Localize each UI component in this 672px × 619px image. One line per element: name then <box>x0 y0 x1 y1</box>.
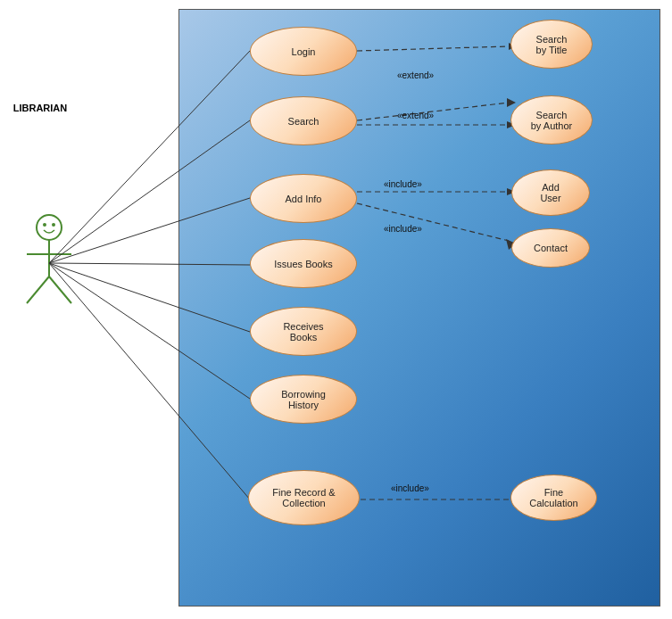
usecase-finerecord[interactable]: Fine Record &Collection <box>248 470 360 525</box>
usecase-search[interactable]: Search <box>250 96 357 145</box>
actor-label-text: LIBRARIAN <box>13 103 68 113</box>
diagram-container: «extend» «extend» «include» «include» «i… <box>0 0 672 619</box>
usecase-adduser[interactable]: AddUser <box>511 169 590 216</box>
svg-point-2 <box>52 223 55 227</box>
svg-point-1 <box>43 223 46 227</box>
svg-line-5 <box>27 276 49 303</box>
usecase-addinfo[interactable]: Add Info <box>250 174 357 223</box>
usecase-borrowinghistory[interactable]: BorrowingHistory <box>250 375 357 424</box>
actor-label: LIBRARIAN <box>4 103 76 113</box>
usecase-login[interactable]: Login <box>250 27 357 76</box>
usecase-receivebooks[interactable]: ReceivesBooks <box>250 307 357 356</box>
usecase-issuebooks[interactable]: Issues Books <box>250 239 357 288</box>
svg-point-0 <box>37 215 62 240</box>
use-case-area <box>178 9 660 607</box>
usecase-searchbytitle[interactable]: Searchby Title <box>510 20 593 69</box>
usecase-contact[interactable]: Contact <box>511 228 590 268</box>
usecase-finecalculation[interactable]: FineCalculation <box>510 475 597 521</box>
svg-line-6 <box>49 276 71 303</box>
usecase-searchbyauthor[interactable]: Searchby Author <box>510 95 593 144</box>
